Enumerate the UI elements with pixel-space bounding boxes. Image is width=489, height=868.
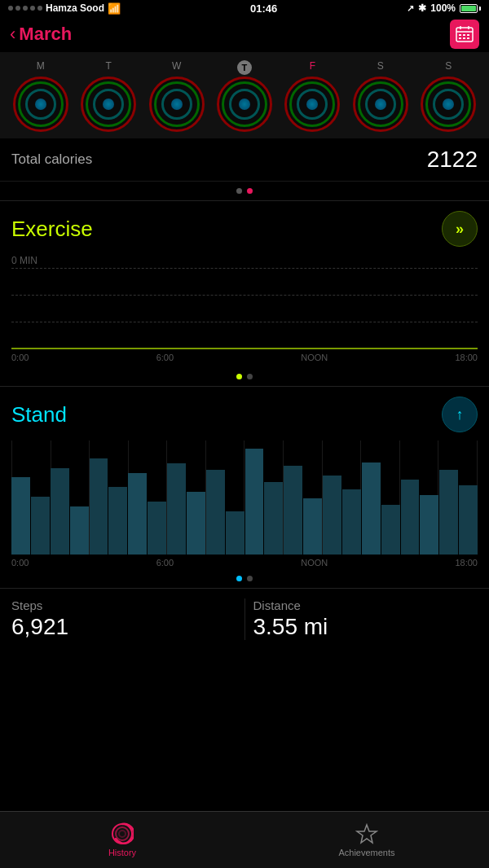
svg-rect-8 <box>463 37 465 39</box>
day-circle-fri[interactable] <box>284 77 340 132</box>
stand-bar-20 <box>401 480 420 555</box>
day-circle-thu[interactable] <box>217 77 272 132</box>
stand-time-noon: NOON <box>301 558 328 568</box>
day-label-sun: S <box>421 60 476 75</box>
stand-page-dots <box>0 572 489 588</box>
calories-page-dots <box>0 182 489 200</box>
stand-bar-21 <box>420 495 438 555</box>
stand-detail-button[interactable]: ↑ <box>442 397 478 432</box>
nav-header: ‹ March <box>0 16 489 52</box>
day-label-fri: F <box>284 60 340 75</box>
distance-label: Distance <box>253 598 478 612</box>
day-circles-row <box>0 77 489 132</box>
svg-rect-5 <box>463 34 465 36</box>
signal-dot-1 <box>8 6 13 11</box>
day-circle-wed[interactable] <box>149 77 205 132</box>
exercise-time-labels: 0:00 6:00 NOON 18:00 <box>11 349 478 364</box>
exercise-header: Exercise » <box>0 201 489 255</box>
exercise-page-dot-1 <box>236 374 242 379</box>
day-selector: M T W T F S S <box>0 52 489 138</box>
metrics-divider <box>244 598 245 640</box>
status-left: Hamza Sood 📶 <box>8 2 121 15</box>
stand-time-labels: 0:00 6:00 NOON 18:00 <box>11 555 478 569</box>
stand-page-dot-1 <box>236 576 242 581</box>
stand-time-18: 18:00 <box>455 558 478 568</box>
stand-bar-19 <box>381 505 400 555</box>
stand-bar-17 <box>342 489 361 555</box>
battery-percent: 100% <box>430 2 456 14</box>
stand-bar-22 <box>439 470 458 555</box>
stand-bar-3 <box>70 506 89 555</box>
exercise-time-18: 18:00 <box>455 353 478 362</box>
chevron-right-icon: » <box>456 221 464 238</box>
arrow-up-icon: ↑ <box>456 406 464 423</box>
exercise-chart-grid <box>11 268 478 349</box>
exercise-page-dot-2 <box>247 374 253 379</box>
status-bar: Hamza Sood 📶 01:46 ↗ ✱ 100% <box>0 0 489 16</box>
stand-chart-area: 0:00 6:00 NOON 18:00 <box>0 441 489 572</box>
day-label-mon: M <box>13 60 68 75</box>
stand-bar-15 <box>303 498 322 555</box>
metrics-row: Steps 6,921 Distance 3.55 mi <box>0 588 489 651</box>
exercise-base-line <box>11 348 478 349</box>
tab-history[interactable]: History <box>0 812 244 868</box>
stand-bar-23 <box>459 485 478 555</box>
calendar-icon <box>456 25 474 43</box>
stand-bar-1 <box>31 497 50 555</box>
battery-indicator <box>460 4 481 13</box>
stand-bar-8 <box>167 463 186 555</box>
signal-dot-4 <box>30 6 35 11</box>
day-label-thu-active: T <box>217 60 272 75</box>
stand-bar-14 <box>284 466 302 555</box>
day-label-tue: T <box>81 60 136 75</box>
stand-bar-2 <box>51 468 69 555</box>
stand-bar-13 <box>264 482 283 555</box>
carrier-label: Hamza Sood <box>46 2 104 14</box>
distance-metric: Distance 3.55 mi <box>253 598 478 640</box>
day-circle-sat[interactable] <box>353 77 408 132</box>
back-button[interactable]: ‹ March <box>10 24 72 45</box>
svg-rect-9 <box>467 37 469 39</box>
svg-marker-13 <box>357 825 377 843</box>
svg-rect-7 <box>459 37 461 39</box>
exercise-grid-lines <box>11 268 478 349</box>
stand-bar-16 <box>323 476 341 555</box>
stand-time-0: 0:00 <box>11 558 29 568</box>
bluetooth-icon: ✱ <box>418 2 426 14</box>
stand-bar-18 <box>362 462 381 555</box>
day-circle-tue[interactable] <box>81 77 136 132</box>
stand-bar-7 <box>148 502 166 555</box>
exercise-page-dots <box>0 370 489 386</box>
back-chevron-icon: ‹ <box>10 25 15 43</box>
calories-label: Total calories <box>11 151 92 168</box>
signal-dot-5 <box>37 6 42 11</box>
tab-achievements[interactable]: Achievements <box>244 812 489 868</box>
status-time: 01:46 <box>250 2 277 15</box>
tab-bar: History Achievements <box>0 811 489 868</box>
stand-header: Stand ↑ <box>0 387 489 441</box>
day-labels-row: M T W T F S S <box>0 57 489 77</box>
day-circle-mon[interactable] <box>13 77 68 132</box>
nav-title: March <box>19 24 72 45</box>
battery-fill <box>461 6 476 11</box>
calendar-button[interactable] <box>450 20 479 49</box>
svg-rect-4 <box>459 34 461 36</box>
calories-section: Total calories 2122 <box>0 138 489 182</box>
day-circle-sun[interactable] <box>421 77 476 132</box>
stand-bar-10 <box>206 470 225 555</box>
svg-rect-6 <box>467 34 469 36</box>
calories-dot-2 <box>247 188 253 194</box>
exercise-time-6: 6:00 <box>156 353 174 362</box>
stand-title: Stand <box>11 402 67 427</box>
signal-dot-3 <box>23 6 28 11</box>
stand-time-6: 6:00 <box>156 558 174 568</box>
exercise-detail-button[interactable]: » <box>442 211 478 247</box>
svg-point-11 <box>116 827 129 840</box>
steps-metric: Steps 6,921 <box>11 598 236 640</box>
wifi-icon: 📶 <box>108 2 121 15</box>
history-icon <box>111 822 134 845</box>
stand-bar-12 <box>245 449 264 555</box>
grid-line-mid2 <box>11 322 478 322</box>
steps-value: 6,921 <box>11 614 236 640</box>
calories-dot-1 <box>236 188 242 194</box>
